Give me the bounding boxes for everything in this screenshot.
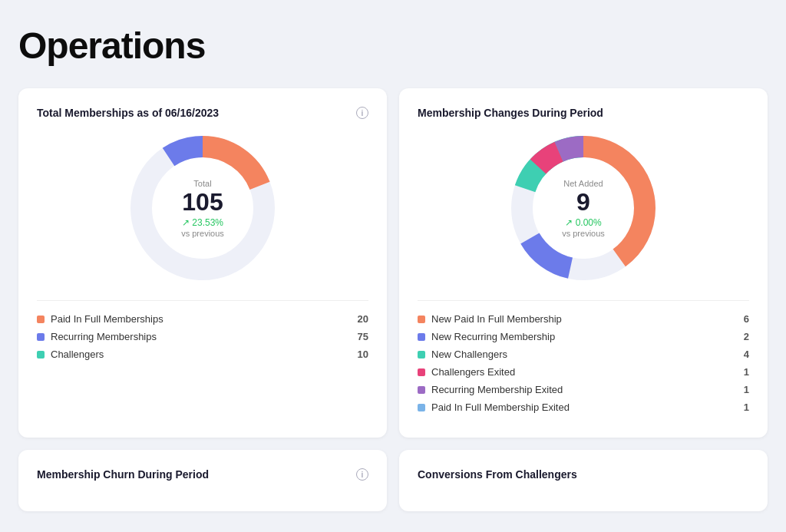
legend-label-pif-exited: Paid In Full Membership Exited <box>431 401 744 413</box>
legend-label-recurring: Recurring Memberships <box>51 331 358 342</box>
card4-title-row: Conversions From Challengers <box>418 468 749 481</box>
page-title: Operations <box>18 25 768 67</box>
legend-item: Recurring Memberships 75 <box>37 331 368 342</box>
card1-legend: Paid In Full Memberships 20 Recurring Me… <box>37 300 368 360</box>
legend-label-recurring-exited: Recurring Membership Exited <box>431 384 744 395</box>
legend-item: New Challengers 4 <box>418 349 749 360</box>
card1-title: Total Memberships as of 06/16/2023 <box>37 107 219 119</box>
card3-title: Membership Churn During Period <box>37 468 209 481</box>
legend-item: New Paid In Full Membership 6 <box>418 313 749 325</box>
legend-dot-recurring-exited <box>418 386 425 394</box>
card4-title: Conversions From Challengers <box>418 468 577 481</box>
legend-value-pif: 20 <box>358 313 368 325</box>
legend-value-recurring: 75 <box>358 331 368 342</box>
legend-value-pif-exited: 1 <box>744 401 749 413</box>
card1-donut-container: Total 105 ↗ 23.53% vs previous <box>126 131 279 285</box>
conversions-card: Conversions From Challengers <box>399 450 768 511</box>
legend-value-new-challengers: 4 <box>744 349 749 360</box>
card2-legend: New Paid In Full Membership 6 New Recurr… <box>418 300 749 413</box>
legend-dot-new-pif <box>418 316 425 323</box>
membership-changes-card: Membership Changes During Period <box>399 88 768 438</box>
legend-label-new-challengers: New Challengers <box>431 349 744 360</box>
card1-info-icon[interactable]: i <box>356 107 368 119</box>
legend-value-challengers-exited: 1 <box>744 366 749 378</box>
legend-item: Challengers 10 <box>37 349 368 360</box>
card1-chart-area: Total 105 ↗ 23.53% vs previous <box>37 131 368 285</box>
card3-info-icon[interactable]: i <box>356 468 368 481</box>
legend-value-recurring-exited: 1 <box>744 384 749 395</box>
card2-donut-container: Net Added 9 ↗ 0.00% vs previous <box>507 131 660 285</box>
legend-label-challengers: Challengers <box>51 349 358 360</box>
legend-dot-challengers <box>37 351 45 359</box>
legend-item: Paid In Full Membership Exited 1 <box>418 401 749 413</box>
legend-dot-pif-exited <box>418 404 425 411</box>
legend-label-new-pif: New Paid In Full Membership <box>431 313 744 325</box>
legend-value-new-recurring: 2 <box>744 331 749 342</box>
card2-donut-svg <box>507 131 660 285</box>
legend-item: Recurring Membership Exited 1 <box>418 384 749 395</box>
legend-dot-pif <box>37 316 45 323</box>
card3-title-row: Membership Churn During Period i <box>37 468 368 481</box>
dashboard-grid: Total Memberships as of 06/16/2023 i <box>18 88 768 511</box>
legend-dot-recurring <box>37 333 45 341</box>
legend-value-new-pif: 6 <box>744 313 749 325</box>
legend-dot-new-recurring <box>418 333 425 341</box>
legend-label-pif: Paid In Full Memberships <box>51 313 358 325</box>
card1-donut-svg <box>126 131 279 285</box>
legend-item: Challengers Exited 1 <box>418 366 749 378</box>
card2-chart-area: Net Added 9 ↗ 0.00% vs previous <box>418 131 749 285</box>
legend-dot-new-challengers <box>418 351 425 359</box>
legend-dot-challengers-exited <box>418 368 425 376</box>
legend-value-challengers: 10 <box>358 349 368 360</box>
legend-label-new-recurring: New Recurring Membership <box>431 331 744 342</box>
legend-item: Paid In Full Memberships 20 <box>37 313 368 325</box>
legend-item: New Recurring Membership 2 <box>418 331 749 342</box>
legend-label-challengers-exited: Challengers Exited <box>431 366 744 378</box>
card2-title-row: Membership Changes During Period <box>418 107 749 119</box>
total-memberships-card: Total Memberships as of 06/16/2023 i <box>18 88 387 438</box>
card2-title: Membership Changes During Period <box>418 107 603 119</box>
membership-churn-card: Membership Churn During Period i <box>18 450 387 511</box>
card1-title-row: Total Memberships as of 06/16/2023 i <box>37 107 368 119</box>
